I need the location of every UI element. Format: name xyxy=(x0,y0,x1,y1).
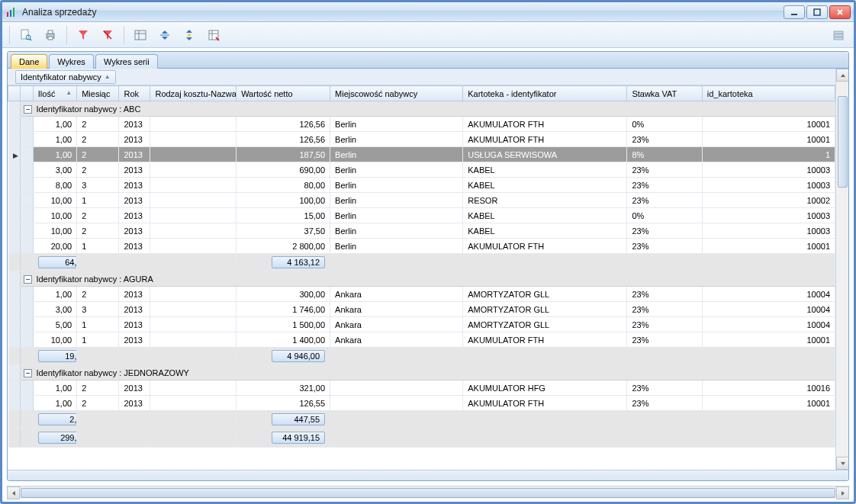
col-rodzaj-header[interactable]: Rodzaj kosztu-Nazwa xyxy=(150,86,237,101)
table-row[interactable]: 10,00120131 400,00AnkaraAKUMULATOR FTH23… xyxy=(8,332,835,348)
filter-red-button[interactable] xyxy=(72,24,94,46)
cell-miejscowosc: Berlin xyxy=(330,193,463,208)
titlebar[interactable]: Analiza sprzedaży xyxy=(2,2,854,22)
svg-rect-21 xyxy=(834,34,843,37)
table-row[interactable]: 3,0022013690,00BerlinKABEL23%10003 xyxy=(8,162,835,178)
scroll-right-button[interactable] xyxy=(836,486,849,499)
cell-rok: 2013 xyxy=(119,162,150,178)
print-button[interactable] xyxy=(40,24,61,46)
col-miejscowosc-header[interactable]: Miejscowość nabywcy xyxy=(330,86,463,101)
cell-rok: 2013 xyxy=(119,223,150,239)
table-row[interactable]: 10,002201337,50BerlinKABEL23%10003 xyxy=(8,223,835,239)
cell-idkartoteka: 10004 xyxy=(702,287,835,302)
cell-wartosc: 1 500,00 xyxy=(237,317,330,332)
collapse-icon[interactable]: − xyxy=(24,369,32,377)
subtotal-cell: 4 163,12 xyxy=(237,254,330,271)
col-idkartoteka-header[interactable]: id_kartoteka xyxy=(702,86,835,101)
groupby-chip-label: Identyfikator nabywcy xyxy=(21,72,101,82)
vertical-scrollbar[interactable] xyxy=(835,69,848,470)
export-button[interactable] xyxy=(203,24,224,46)
cell-miesiac: 2 xyxy=(77,208,119,223)
scroll-thumb[interactable] xyxy=(21,488,835,498)
preview-button[interactable] xyxy=(15,24,37,46)
table-row[interactable]: 5,00120131 500,00AnkaraAMORTYZATOR GLL23… xyxy=(8,317,835,332)
column-header-row: Ilość▲ Miesiąc Rok Rodzaj kosztu-Nazwa W… xyxy=(8,86,835,101)
col-kartoteka-header[interactable]: Kartoteka - identyfikator xyxy=(463,86,627,101)
row-indicator xyxy=(8,223,21,239)
col-wartosc-header[interactable]: Wartość netto xyxy=(237,86,330,101)
expand-header[interactable] xyxy=(21,86,33,101)
table-row[interactable]: 20,00120132 800,00BerlinAKUMULATOR FTH23… xyxy=(8,239,835,254)
table-row[interactable]: 3,00320131 746,00AnkaraAMORTYZATOR GLL23… xyxy=(8,302,835,317)
table-row[interactable]: 1,0022013321,00AKUMULATOR HFG23%10016 xyxy=(8,380,835,396)
groupby-chip[interactable]: Identyfikator nabywcy ▲ xyxy=(15,70,116,84)
collapse-icon[interactable]: − xyxy=(24,275,32,284)
grid-panel: Dane Wykres Wykres serii Identyfikator n… xyxy=(7,51,849,481)
cell-miejscowosc: Berlin xyxy=(330,117,463,132)
group-header-cell[interactable]: −Identyfikator nabywcy : ABC xyxy=(21,101,835,117)
maximize-button[interactable] xyxy=(806,5,828,19)
cell-wartosc: 321,00 xyxy=(237,380,330,396)
col-rok-header[interactable]: Rok xyxy=(119,86,150,101)
cell-ilosc: 10,00 xyxy=(33,208,76,223)
cell-ilosc: 1,00 xyxy=(33,117,76,132)
tab-wykres-serii[interactable]: Wykres serii xyxy=(95,54,158,69)
tab-wykres[interactable]: Wykres xyxy=(49,54,94,69)
horizontal-scrollbar[interactable] xyxy=(7,486,849,499)
row-indicator xyxy=(8,411,21,429)
col-miesiac-header[interactable]: Miesiąc xyxy=(77,86,119,101)
expand-all-button[interactable] xyxy=(179,24,200,46)
svg-line-7 xyxy=(30,39,31,40)
col-ilosc-header[interactable]: Ilość▲ xyxy=(33,86,76,101)
scroll-down-button[interactable] xyxy=(836,457,848,470)
row-indicator xyxy=(8,117,21,132)
cell-rok: 2013 xyxy=(119,396,150,411)
minimize-button[interactable] xyxy=(784,5,805,19)
data-grid[interactable]: Ilość▲ Miesiąc Rok Rodzaj kosztu-Nazwa W… xyxy=(8,85,835,448)
table-row[interactable]: 1,0022013126,56BerlinAKUMULATOR FTH0%100… xyxy=(8,117,835,132)
filter-clear-button[interactable] xyxy=(97,24,118,46)
group-header-cell[interactable]: −Identyfikator nabywcy : JEDNORAZOWY xyxy=(21,365,835,380)
collapse-icon[interactable]: − xyxy=(24,105,32,114)
subtotal-wartosc: 447,55 xyxy=(272,413,325,425)
table-row[interactable]: 1,0022013126,56BerlinAKUMULATOR FTH23%10… xyxy=(8,132,835,147)
cell-ilosc: 20,00 xyxy=(33,239,76,254)
table-row[interactable]: 1,0022013300,00AnkaraAMORTYZATOR GLL23%1… xyxy=(8,287,835,302)
cell-wartosc: 187,50 xyxy=(237,147,330,162)
cell-wartosc: 37,50 xyxy=(237,223,330,239)
cell-kartoteka: KABEL xyxy=(463,178,627,193)
svg-rect-1 xyxy=(10,10,11,17)
cell-wartosc: 126,56 xyxy=(237,132,330,147)
table-row[interactable]: ▶1,0022013187,50BerlinUSŁUGA SERWISOWA8%… xyxy=(8,147,835,162)
group-label: Identyfikator nabywcy : JEDNORAZOWY xyxy=(36,368,189,377)
group-header-row[interactable]: −Identyfikator nabywcy : JEDNORAZOWY xyxy=(8,365,835,380)
group-header-cell[interactable]: −Identyfikator nabywcy : AGURA xyxy=(21,271,835,287)
table-row[interactable]: 1,0022013126,55AKUMULATOR FTH23%10001 xyxy=(8,396,835,411)
table-row[interactable]: 10,0012013100,00BerlinRESOR23%10002 xyxy=(8,193,835,208)
group-header-row[interactable]: −Identyfikator nabywcy : AGURA xyxy=(8,271,835,287)
row-indicator xyxy=(8,178,21,193)
tab-dane[interactable]: Dane xyxy=(11,54,47,69)
close-button[interactable] xyxy=(829,5,851,19)
cell-idkartoteka: 10003 xyxy=(702,223,835,239)
table-row[interactable]: 10,002201315,00BerlinKABEL0%10003 xyxy=(8,208,835,223)
indicator-header[interactable] xyxy=(8,86,21,101)
scroll-thumb[interactable] xyxy=(838,96,848,188)
table-row[interactable]: 8,003201380,00BerlinKABEL23%10003 xyxy=(8,178,835,193)
col-vat-header[interactable]: Stawka VAT xyxy=(627,86,702,101)
cell-idkartoteka: 10001 xyxy=(702,396,835,411)
subtotal-cell: 447,55 xyxy=(237,411,330,429)
scroll-left-button[interactable] xyxy=(7,486,20,499)
subtotal-cell: 19,00 xyxy=(33,348,76,365)
cell-idkartoteka: 10016 xyxy=(702,380,835,396)
scroll-up-button[interactable] xyxy=(836,69,848,82)
cell-idkartoteka: 10001 xyxy=(702,117,835,132)
collapse-all-button[interactable] xyxy=(154,24,175,46)
grid-layout-button[interactable] xyxy=(130,24,151,46)
cell-idkartoteka: 10003 xyxy=(702,162,835,178)
cell-rodzaj xyxy=(150,117,237,132)
cell-ilosc: 10,00 xyxy=(33,193,76,208)
groupby-panel[interactable]: Identyfikator nabywcy ▲ xyxy=(8,69,835,85)
options-button[interactable] xyxy=(828,24,849,46)
group-header-row[interactable]: −Identyfikator nabywcy : ABC xyxy=(8,101,835,117)
